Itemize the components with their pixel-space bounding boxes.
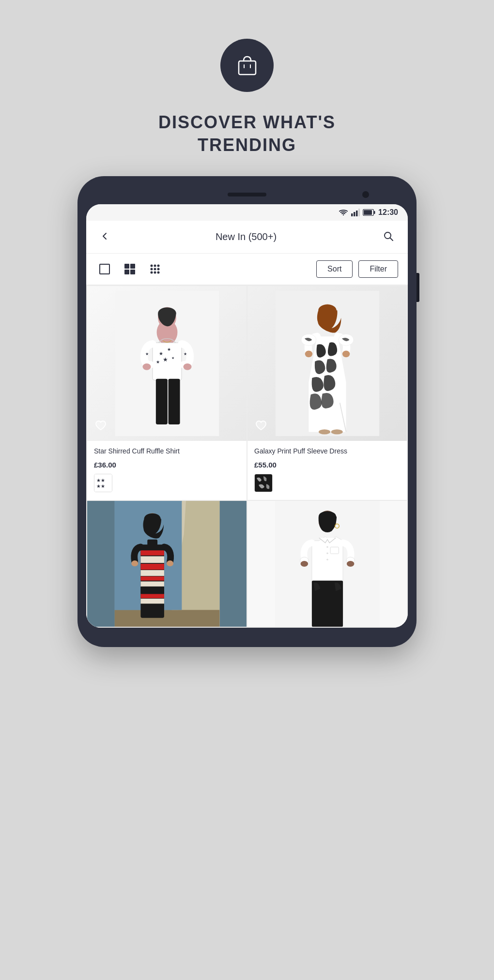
product-figure-3 [114, 501, 220, 627]
product-figure-1: ★ ★ ★ ★ ★ ★ ★ [114, 291, 220, 436]
svg-point-51 [319, 429, 330, 434]
two-column-icon [123, 262, 137, 276]
product-image-4 [247, 501, 407, 627]
headline: DISCOVER WHAT'S TRENDING [158, 111, 336, 157]
back-button[interactable] [98, 229, 111, 244]
svg-point-49 [305, 350, 312, 357]
product-name-2: Galaxy Print Puff Sleeve Dress [254, 447, 400, 456]
bag-icon-circle [220, 39, 274, 92]
wishlist-button-1[interactable] [94, 419, 108, 434]
product-card-3[interactable] [87, 501, 247, 627]
svg-rect-9 [364, 210, 372, 215]
svg-rect-64 [140, 570, 164, 576]
svg-point-70 [167, 560, 173, 566]
swatch-img-1: ★★ ★★ [94, 474, 112, 492]
heart-icon-2 [254, 419, 268, 433]
svg-rect-67 [140, 594, 164, 599]
back-icon [100, 231, 109, 241]
svg-point-21 [154, 268, 156, 270]
svg-rect-37 [155, 378, 167, 424]
svg-text:★: ★ [158, 350, 163, 356]
svg-rect-66 [140, 587, 164, 594]
svg-point-20 [151, 268, 153, 270]
bag-icon [234, 52, 261, 79]
status-time: 12:30 [378, 208, 398, 217]
svg-rect-61 [140, 564, 164, 570]
product-placeholder-4 [247, 501, 407, 627]
single-column-view-button[interactable] [96, 260, 113, 278]
svg-point-18 [154, 264, 156, 267]
battery-icon [363, 209, 375, 216]
headline-line2: TRENDING [198, 135, 296, 155]
color-swatch-1[interactable]: ★★ ★★ [94, 474, 112, 492]
product-card-2[interactable]: Galaxy Print Puff Sleeve Dress £55.00 [247, 286, 407, 500]
front-camera [362, 191, 369, 198]
svg-rect-62 [140, 576, 164, 581]
search-button[interactable] [381, 228, 396, 245]
product-image-3 [87, 501, 247, 627]
svg-rect-8 [374, 211, 375, 214]
svg-rect-4 [354, 212, 355, 216]
volume-button [417, 273, 419, 302]
svg-text:★: ★ [155, 360, 159, 364]
svg-text:★: ★ [184, 351, 187, 356]
product-figure-4 [274, 501, 381, 627]
svg-point-17 [151, 264, 153, 267]
product-info-1: Star Shirred Cuff Ruffle Shirt £36.00 ★★… [87, 441, 247, 500]
speaker [228, 193, 266, 196]
svg-point-19 [157, 264, 160, 267]
svg-point-52 [331, 429, 342, 434]
product-price-2: £55.00 [254, 461, 400, 469]
svg-rect-13 [124, 264, 129, 269]
svg-rect-12 [100, 264, 109, 274]
two-column-view-button[interactable] [121, 260, 139, 278]
svg-point-22 [157, 268, 160, 270]
three-column-icon [148, 262, 162, 276]
svg-text:★★: ★★ [96, 483, 105, 489]
view-options [96, 260, 164, 278]
svg-rect-60 [140, 550, 164, 555]
product-card-1[interactable]: ★ ★ ★ ★ ★ ★ ★ [87, 286, 247, 500]
svg-rect-5 [356, 211, 358, 216]
wishlist-button-2[interactable] [254, 419, 268, 434]
svg-rect-3 [351, 213, 353, 216]
color-swatch-2[interactable] [254, 474, 273, 492]
product-placeholder-3 [87, 501, 247, 627]
svg-point-76 [326, 559, 328, 560]
svg-rect-16 [130, 270, 135, 274]
product-figure-2 [274, 291, 381, 436]
product-image-1: ★ ★ ★ ★ ★ ★ ★ [87, 286, 247, 441]
product-placeholder-1: ★ ★ ★ ★ ★ ★ ★ [87, 286, 247, 441]
sort-button[interactable]: Sort [316, 260, 353, 278]
svg-point-24 [154, 271, 156, 273]
product-placeholder-2 [247, 286, 407, 441]
swatch-img-2 [255, 474, 273, 492]
svg-rect-15 [124, 270, 129, 274]
svg-point-25 [157, 271, 160, 273]
three-column-view-button[interactable] [146, 260, 164, 278]
svg-point-39 [142, 363, 151, 370]
status-icons: 12:30 [339, 208, 398, 217]
svg-text:★: ★ [145, 351, 148, 356]
sort-filter-buttons: Sort Filter [316, 260, 398, 278]
product-info-2: Galaxy Print Puff Sleeve Dress £55.00 [247, 441, 407, 500]
signal-icon [351, 209, 360, 216]
svg-point-81 [300, 561, 308, 567]
single-column-icon [98, 262, 111, 276]
product-card-4[interactable] [247, 501, 407, 627]
search-icon [383, 230, 394, 242]
product-grid: ★ ★ ★ ★ ★ ★ ★ [86, 285, 408, 628]
nav-title: New In (500+) [216, 231, 277, 242]
svg-point-50 [342, 350, 349, 357]
svg-rect-6 [358, 209, 360, 216]
svg-text:★: ★ [171, 356, 174, 360]
phone-screen: 12:30 New In (500+) [86, 204, 408, 628]
svg-point-40 [183, 363, 191, 370]
svg-rect-68 [140, 599, 164, 603]
product-price-1: £36.00 [94, 461, 240, 469]
svg-rect-0 [239, 61, 256, 75]
svg-rect-65 [140, 582, 164, 587]
svg-text:★: ★ [163, 356, 168, 362]
filter-button[interactable]: Filter [358, 260, 398, 278]
phone-notch [86, 185, 408, 204]
